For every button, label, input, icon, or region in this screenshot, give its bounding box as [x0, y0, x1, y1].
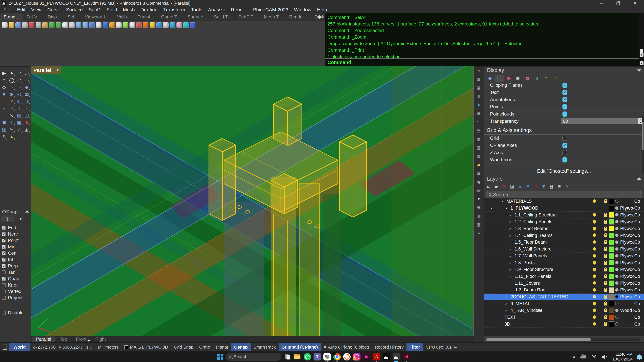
layer-on-bulb-icon[interactable] [593, 213, 596, 216]
layer-lock-icon[interactable] [604, 235, 607, 237]
layer-linetype[interactable]: Co [634, 199, 644, 204]
status-toggle[interactable]: Auto CPlane (Object) [321, 344, 372, 351]
layer-on-bulb-icon[interactable] [593, 288, 596, 291]
toolbar-icon[interactable] [156, 22, 162, 28]
layer-linetype[interactable]: Co [634, 281, 644, 286]
layer-on-bulb-icon[interactable] [593, 302, 596, 305]
layer-material-icon[interactable] [615, 240, 618, 244]
layer-color-swatch[interactable] [609, 260, 614, 265]
osnap-option[interactable]: Quad [2, 276, 31, 282]
toolbar-icon[interactable] [2, 22, 8, 28]
toolbar-icon[interactable] [123, 22, 128, 28]
current-layer-chip[interactable]: MA.../1_PLYWOOD [122, 345, 171, 350]
panel-icon[interactable]: ● [476, 230, 482, 236]
layer-material-name[interactable]: Plywoo [620, 260, 634, 265]
current-layer-cell[interactable]: ✓ [484, 206, 500, 211]
toolbar-tab[interactable]: SubD T... [235, 13, 260, 21]
panel-icon[interactable]: ▰ [476, 161, 482, 168]
layer-tool-icon[interactable]: ≡ [557, 184, 562, 189]
toggle-checkbox[interactable] [562, 157, 567, 162]
layer-row[interactable]: ✓ ▹ 1.2_Ceiling Panels Plywoo Co [484, 219, 644, 225]
layer-row[interactable]: ✓ 1.3_Beam Roof Plywoo Co [484, 287, 644, 294]
tool-icon[interactable]: ✎ [0, 133, 8, 140]
tool-icon[interactable]: ○ [0, 77, 8, 84]
tool-icon[interactable]: ◞ [8, 84, 16, 91]
tool-icon[interactable]: ✓ [16, 126, 23, 133]
tool-icon[interactable]: ◔ [8, 105, 16, 112]
menu-item[interactable]: Window [291, 7, 314, 12]
osnap-option[interactable]: Vertex [2, 288, 31, 295]
tool-icon[interactable]: × [8, 98, 16, 105]
layer-row[interactable]: ✓ ▹ 1.10_Floor Panels Plywoo Co [484, 273, 644, 280]
panel-icon[interactable]: ▦ [476, 221, 482, 228]
toolbar-tab[interactable]: Render... [286, 13, 311, 21]
toolbar-icon[interactable] [16, 22, 21, 28]
layer-material-name[interactable]: Plywoo [620, 226, 634, 231]
status-toggle[interactable]: CPU use: 0.1 % [423, 344, 460, 351]
toolbar-tab[interactable]: Mesh T... [260, 13, 286, 21]
panel-icon[interactable]: ▤ [476, 187, 482, 194]
layer-on-bulb-icon[interactable] [593, 233, 596, 237]
tray-expand-icon[interactable]: ∧ [572, 355, 576, 359]
layer-on-bulb-icon[interactable] [593, 281, 596, 285]
layer-material-name[interactable]: Plywoo [620, 247, 634, 252]
tool-icon[interactable]: ▥ [0, 126, 8, 133]
layer-on-bulb-icon[interactable] [593, 240, 596, 244]
indesign-icon[interactable]: Id [363, 353, 370, 361]
expand-arrow-icon[interactable]: ▹ [506, 309, 510, 312]
osnap-filter-tab[interactable]: ▼ [14, 215, 27, 222]
layer-row[interactable]: ✓ ▹ 1.8_Posts Plywoo Co [484, 259, 644, 266]
menu-item[interactable]: Analyze [205, 7, 228, 12]
layer-color-swatch[interactable] [609, 315, 614, 320]
panel-icon[interactable]: ▦ [476, 84, 482, 91]
taskbar-search-input[interactable] [234, 354, 270, 359]
osnap-checkbox[interactable] [2, 226, 6, 230]
osnap-option[interactable]: Int [2, 256, 31, 263]
tool-icon[interactable]: ↘ [8, 112, 16, 119]
layer-color-swatch[interactable] [609, 301, 614, 306]
layer-linetype[interactable]: Co [634, 247, 644, 252]
layer-material-name[interactable]: Plywoo [620, 240, 634, 245]
status-toggle[interactable]: Grid Snap [171, 344, 196, 351]
menu-item[interactable]: File [1, 7, 14, 12]
toolbar-tab[interactable]: Solid T... [210, 13, 235, 21]
osnap-checkbox[interactable] [2, 277, 6, 281]
menu-item[interactable]: Surface [63, 7, 86, 12]
layer-color-swatch[interactable] [609, 199, 614, 204]
toolbar-tab[interactable]: Sel... [64, 13, 82, 21]
layer-tool-icon[interactable]: ✕ [502, 184, 507, 189]
layer-row[interactable]: ✓ ▹ 4_TAR_Vindtæt Wood F Co [484, 307, 644, 314]
osnap-checkbox[interactable] [2, 258, 6, 262]
toolbar-icon[interactable] [116, 22, 122, 28]
new-viewport-tab-icon[interactable]: + [88, 338, 90, 344]
osnap-option[interactable]: Tan [2, 269, 31, 276]
toolbar-gear-icon[interactable]: ✱ [318, 14, 642, 20]
rhino-8-icon[interactable]: 8 [383, 353, 390, 361]
layer-linetype[interactable]: Co [634, 308, 644, 313]
layer-linetype[interactable]: Co [634, 219, 644, 224]
tool-icon[interactable]: ▶ [0, 70, 8, 77]
layer-row[interactable]: ✓ ▹ 1.11_Covers Plywoo Co [484, 280, 644, 287]
teams-icon[interactable]: T [314, 353, 321, 361]
browser-orange-icon[interactable] [343, 353, 350, 361]
toggle-checkbox[interactable] [562, 97, 567, 102]
expand-arrow-icon[interactable]: ▹ [510, 240, 514, 244]
tool-icon[interactable]: ▦ [23, 91, 30, 98]
tool-icon[interactable]: ◎ [16, 91, 23, 98]
layer-lock-icon[interactable] [604, 221, 607, 224]
tool-icon[interactable]: ◆ [23, 84, 30, 91]
layer-tool-icon[interactable]: ◀ [533, 184, 538, 189]
layer-linetype[interactable]: Co [634, 267, 644, 272]
tool-icon[interactable]: ◉ [8, 91, 16, 98]
whatsapp-icon[interactable] [304, 353, 311, 361]
toolbar-icon[interactable] [89, 22, 95, 28]
layer-material-icon[interactable] [615, 309, 618, 312]
tool-icon[interactable]: + [0, 98, 8, 105]
osnap-option[interactable]: Perp [2, 263, 31, 269]
expand-arrow-icon[interactable]: ▹ [510, 254, 514, 258]
status-toggle[interactable]: Planar [213, 344, 231, 351]
world-coordinates-button[interactable]: World [10, 344, 30, 351]
osnap-option[interactable]: End [2, 225, 31, 231]
toggle-checkbox[interactable] [562, 90, 567, 95]
expand-arrow-icon[interactable]: ▹ [510, 220, 514, 224]
